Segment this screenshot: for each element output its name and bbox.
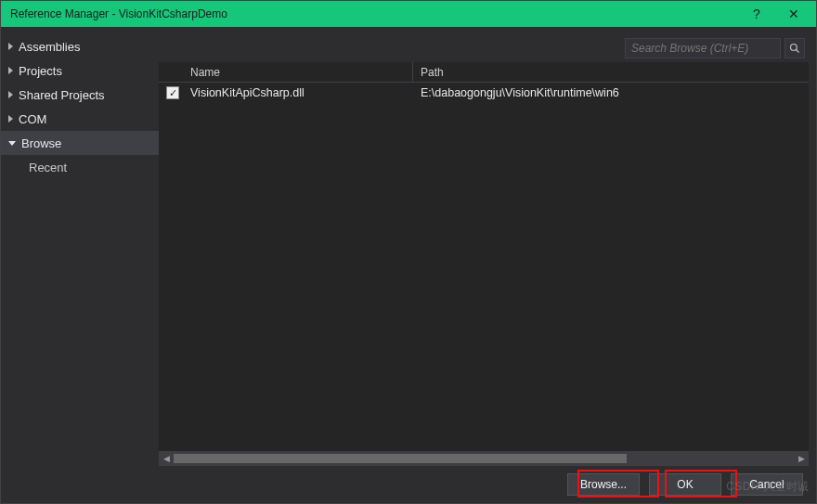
dialog-body: Assemblies Projects Shared Projects COM …	[1, 27, 816, 466]
window-title: Reference Manager - VisionKitCsharpDemo	[10, 7, 738, 20]
sidebar-item-label: Assemblies	[19, 40, 80, 54]
row-path: E:\dabaogongju\VisionKit\runtime\win6	[413, 86, 809, 99]
svg-line-1	[797, 50, 799, 53]
sidebar-item-shared-projects[interactable]: Shared Projects	[1, 83, 159, 107]
scroll-left-icon[interactable]: ◀	[159, 451, 174, 466]
sidebar-item-assemblies[interactable]: Assemblies	[1, 34, 159, 58]
chevron-right-icon	[8, 67, 13, 74]
main-panel: Name Path ✓ VisionKitApiCsharp.dll E:\da…	[159, 34, 809, 466]
help-button[interactable]: ?	[738, 1, 775, 27]
ok-button[interactable]: OK	[649, 473, 721, 496]
row-checkbox[interactable]: ✓	[166, 86, 179, 99]
sidebar-item-projects[interactable]: Projects	[1, 58, 159, 83]
sidebar-subitem-recent[interactable]: Recent	[1, 155, 159, 179]
search-button[interactable]	[785, 38, 805, 58]
scroll-right-icon[interactable]: ▶	[794, 451, 809, 466]
sidebar-item-label: Projects	[19, 64, 62, 78]
chevron-right-icon	[8, 115, 13, 123]
sidebar-item-label: COM	[19, 112, 46, 126]
browse-button[interactable]: Browse...	[567, 473, 640, 496]
row-name: VisionKitApiCsharp.dll	[187, 86, 413, 99]
chevron-right-icon	[8, 91, 13, 98]
search-bar	[159, 34, 809, 62]
column-path-header[interactable]: Path	[413, 62, 809, 82]
reference-manager-window: Reference Manager - VisionKitCsharpDemo …	[0, 0, 817, 504]
column-headers: Name Path	[159, 62, 809, 83]
column-checkbox	[159, 62, 187, 82]
titlebar[interactable]: Reference Manager - VisionKitCsharpDemo …	[1, 1, 816, 27]
table-row[interactable]: ✓ VisionKitApiCsharp.dll E:\dabaogongju\…	[159, 83, 809, 103]
chevron-right-icon	[8, 43, 13, 50]
footer: Browse... OK Cancel	[1, 466, 816, 503]
sidebar: Assemblies Projects Shared Projects COM …	[1, 27, 159, 466]
search-input[interactable]	[625, 38, 781, 58]
scroll-thumb[interactable]	[174, 454, 627, 463]
sidebar-item-com[interactable]: COM	[1, 107, 159, 131]
list-body: ✓ VisionKitApiCsharp.dll E:\dabaogongju\…	[159, 83, 809, 451]
close-button[interactable]: ✕	[775, 1, 812, 27]
column-name-header[interactable]: Name	[187, 62, 413, 82]
sidebar-item-browse[interactable]: Browse	[1, 131, 159, 155]
sidebar-item-label: Recent	[29, 161, 67, 174]
search-icon	[789, 43, 800, 54]
sidebar-item-label: Browse	[21, 136, 61, 150]
reference-list: Name Path ✓ VisionKitApiCsharp.dll E:\da…	[159, 62, 809, 466]
scroll-track[interactable]	[174, 451, 794, 466]
cancel-button[interactable]: Cancel	[731, 473, 803, 496]
sidebar-item-label: Shared Projects	[19, 88, 105, 102]
chevron-down-icon	[8, 141, 16, 146]
horizontal-scrollbar[interactable]: ◀ ▶	[159, 451, 809, 466]
svg-point-0	[791, 45, 798, 51]
